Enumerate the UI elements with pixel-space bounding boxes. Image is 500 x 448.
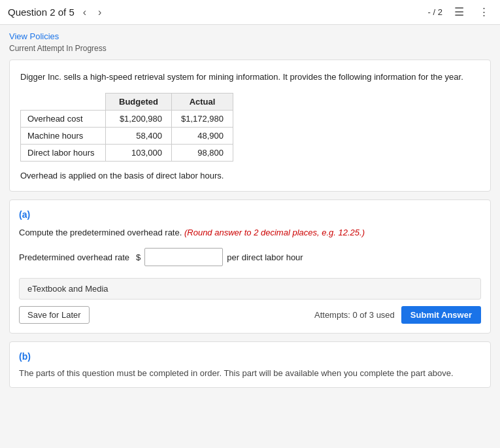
question-title: Question 2 of 5 bbox=[8, 7, 75, 18]
table-cell-value: 98,800 bbox=[171, 144, 233, 161]
part-b-label: (b) bbox=[19, 351, 481, 362]
score-display: - / 2 bbox=[428, 7, 442, 17]
table-cell-value: 103,000 bbox=[106, 144, 172, 161]
table-cell-value: 58,400 bbox=[106, 127, 172, 144]
compute-instruction: Compute the predetermined overhead rate. bbox=[19, 228, 182, 237]
predetermined-label: Predetermined overhead rate bbox=[19, 252, 129, 262]
header-right: - / 2 ☰ ⋮ bbox=[428, 5, 492, 19]
table-cell-value: 48,900 bbox=[171, 127, 233, 144]
table-row: Machine hours58,40048,900 bbox=[21, 127, 233, 144]
table-cell-label: Machine hours bbox=[21, 127, 106, 144]
attempt-status: Current Attempt In Progress bbox=[9, 44, 491, 53]
main-content: View Policies Current Attempt In Progres… bbox=[0, 25, 500, 402]
table-row: Overhead cost$1,200,980$1,172,980 bbox=[21, 110, 233, 127]
overhead-note: Overhead is applied on the basis of dire… bbox=[20, 171, 480, 181]
part-a-label: (a) bbox=[19, 209, 481, 220]
table-header-empty bbox=[21, 93, 106, 110]
question-card: Digger Inc. sells a high-speed retrieval… bbox=[9, 60, 491, 192]
part-b-note: The parts of this question must be compl… bbox=[19, 368, 481, 378]
question-text: Digger Inc. sells a high-speed retrieval… bbox=[20, 71, 480, 84]
table-row: Direct labor hours103,00098,800 bbox=[21, 144, 233, 161]
etextbook-bar[interactable]: eTextbook and Media bbox=[19, 278, 481, 300]
header: Question 2 of 5 ‹ › - / 2 ☰ ⋮ bbox=[0, 0, 500, 25]
attempts-text: Attempts: 0 of 3 used bbox=[314, 310, 395, 320]
bottom-bar: Save for Later Attempts: 0 of 3 used Sub… bbox=[19, 306, 481, 324]
dollar-sign: $ bbox=[136, 252, 141, 262]
table-cell-value: $1,200,980 bbox=[106, 110, 172, 127]
compute-text: Compute the predetermined overhead rate.… bbox=[19, 226, 481, 239]
part-a-section: (a) Compute the predetermined overhead r… bbox=[9, 199, 491, 334]
table-cell-label: Direct labor hours bbox=[21, 144, 106, 161]
table-header-budgeted: Budgeted bbox=[106, 93, 172, 110]
table-cell-value: $1,172,980 bbox=[171, 110, 233, 127]
view-policies-link[interactable]: View Policies bbox=[9, 31, 491, 41]
overhead-rate-input[interactable] bbox=[144, 248, 223, 266]
per-label: per direct labor hour bbox=[227, 252, 303, 262]
next-button[interactable]: › bbox=[95, 6, 105, 19]
more-icon-button[interactable]: ⋮ bbox=[476, 5, 492, 19]
save-later-button[interactable]: Save for Later bbox=[19, 306, 90, 324]
submit-answer-button[interactable]: Submit Answer bbox=[401, 306, 481, 324]
header-left: Question 2 of 5 ‹ › bbox=[8, 6, 105, 19]
table-header-actual: Actual bbox=[171, 93, 233, 110]
table-cell-label: Overhead cost bbox=[21, 110, 106, 127]
prev-button[interactable]: ‹ bbox=[80, 6, 90, 19]
right-bar: Attempts: 0 of 3 used Submit Answer bbox=[314, 306, 481, 324]
input-row: Predetermined overhead rate $ per direct… bbox=[19, 248, 481, 266]
list-icon-button[interactable]: ☰ bbox=[452, 5, 467, 19]
part-b-section: (b) The parts of this question must be c… bbox=[9, 341, 491, 388]
data-table: Budgeted Actual Overhead cost$1,200,980$… bbox=[20, 93, 233, 162]
round-note: (Round answer to 2 decimal places, e.g. … bbox=[184, 228, 365, 237]
